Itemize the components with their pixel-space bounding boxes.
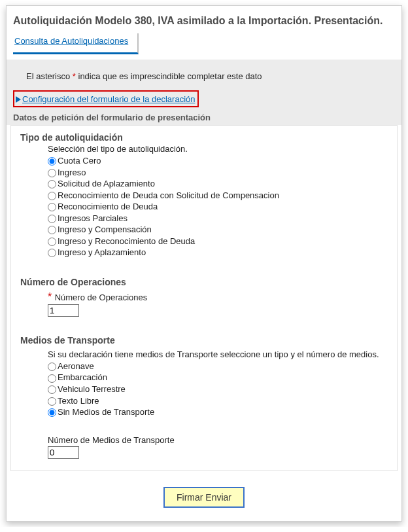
tipo-option-label: Ingreso y Aplazamiento [58,247,146,257]
tipo-radio[interactable] [48,249,56,257]
tipo-radio[interactable] [48,203,56,211]
group-medios-title: Medios de Transporte [20,335,392,346]
tipo-option-label: Ingreso y Compensación [58,224,152,234]
group-tipo-sub: Selección del tipo de autoliquidación. [48,144,392,154]
tipo-radio[interactable] [48,238,56,246]
group-medios-sub: Si su declaración tiene medios de Transp… [48,349,392,359]
medios-option-label: Embarcación [58,372,107,382]
tipo-option: Ingreso [48,167,392,179]
tipo-radio[interactable] [48,192,56,200]
tipo-option: Ingreso y Aplazamiento [48,247,392,258]
required-hint: El asterisco * indica que es imprescindi… [7,61,401,90]
tipo-radio[interactable] [48,157,56,166]
group-numops-title: Número de Operaciones [20,277,392,287]
tab-consulta[interactable]: Consulta de Autoliquidaciones [13,33,139,54]
tipo-option: Ingreso y Reconocimiento de Deuda [48,236,392,247]
tipo-option: Ingreso y Compensación [48,224,392,236]
medios-option-label: Texto Libre [58,396,99,406]
medios-option-label: Vehiculo Terrestre [58,384,126,394]
medios-option: Texto Libre [48,395,392,407]
tipo-option-label: Ingresos Parciales [58,213,128,223]
tipo-option: Cuota Cero [48,155,392,167]
medios-option-label: Sin Medios de Transporte [58,407,154,417]
config-form-link-highlight: Configuración del formulario de la decla… [13,90,199,107]
tipo-option: Reconocimiento de Deuda [48,201,392,213]
medios-radio[interactable] [48,385,56,394]
tipo-option: Reconocimiento de Deuda con Solicitud de… [48,190,392,202]
tipo-option-label: Reconocimiento de Deuda [58,202,158,211]
triangle-right-icon [16,96,21,103]
medios-num-input[interactable] [48,446,79,459]
medios-option: Aeronave [48,361,392,372]
tipo-option: Solicitud de Aplazamiento [48,178,392,190]
medios-option: Sin Medios de Transporte [48,406,392,418]
medios-option: Vehiculo Terrestre [48,383,392,395]
tipo-option-label: Solicitud de Aplazamiento [58,179,155,188]
tipo-radio[interactable] [48,169,56,177]
group-tipo-title: Tipo de autoliquidación [20,132,392,143]
tipo-radio[interactable] [48,215,56,223]
tipo-radio[interactable] [48,226,56,234]
numops-label: Número de Operaciones [55,293,148,302]
tipo-option: Ingresos Parciales [48,213,392,224]
medios-option-label: Aeronave [58,361,94,371]
submit-button[interactable]: Firmar Enviar [163,487,245,508]
section-header: Datos de petición del formulario de pres… [7,107,401,125]
tipo-option-label: Ingreso [58,168,86,177]
tipo-option-label: Reconocimiento de Deuda con Solicitud de… [58,190,279,200]
config-form-link[interactable]: Configuración del formulario de la decla… [22,94,195,104]
medios-radio[interactable] [48,397,56,406]
medios-option: Embarcación [48,372,392,383]
tipo-option-label: Cuota Cero [58,156,101,166]
medios-radio[interactable] [48,408,56,417]
medios-num-label: Número de Medios de Transporte [48,435,392,445]
required-mark-icon: * [48,291,55,302]
medios-radio[interactable] [48,363,56,371]
numops-input[interactable] [48,304,79,317]
page-title: Autoliquidación Modelo 380, IVA asimilad… [7,6,401,33]
medios-radio[interactable] [48,374,56,383]
tipo-radio[interactable] [48,180,56,188]
tipo-option-label: Ingreso y Reconocimiento de Deuda [58,236,195,246]
